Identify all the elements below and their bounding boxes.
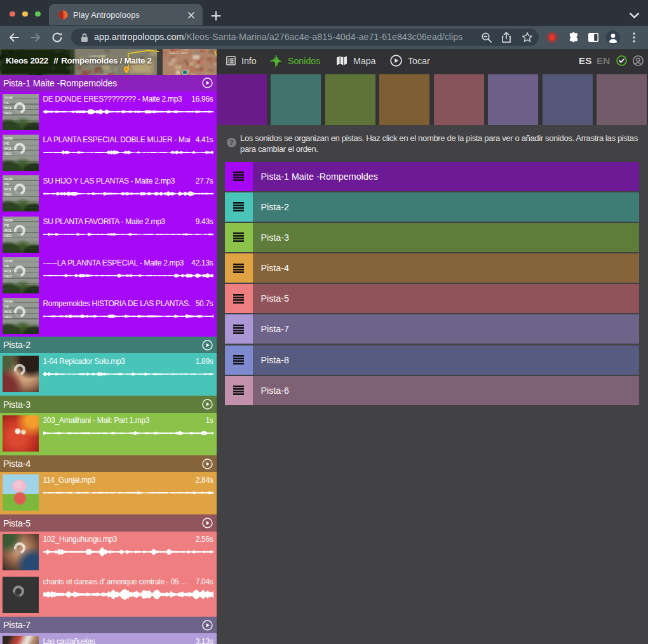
svg-text:?: ?: [229, 138, 233, 146]
svg-text:Calle S. Jacinto: Calle S. Jacinto: [169, 51, 189, 55]
